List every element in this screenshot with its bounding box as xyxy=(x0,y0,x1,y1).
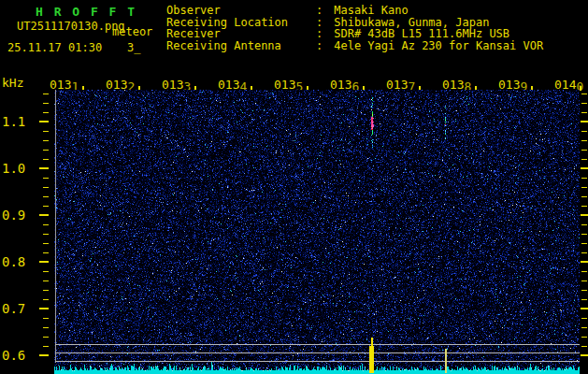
freq-minor-tick xyxy=(43,112,49,113)
freq-major-tick xyxy=(39,261,49,263)
info-row: Receiving Antenna: 4ele Yagi Az 230 for … xyxy=(166,40,543,52)
freq-minor-tick xyxy=(43,196,49,197)
info-label: Receiving Antenna xyxy=(166,40,316,52)
freq-minor-tick xyxy=(43,140,49,141)
freq-minor-tick xyxy=(581,318,587,319)
freq-minor-tick xyxy=(581,150,587,151)
info-separator: : xyxy=(316,5,327,17)
freq-minor-tick xyxy=(581,206,587,207)
freq-tick-label: 0.8 xyxy=(2,254,36,269)
counter-label: 3_ xyxy=(127,41,140,54)
freq-minor-tick xyxy=(43,252,49,253)
freq-minor-tick xyxy=(43,178,49,179)
freq-minor-tick xyxy=(581,271,587,272)
filename-label: UT2511170130.png xyxy=(17,20,125,33)
info-separator: : xyxy=(316,40,327,52)
freq-major-tick xyxy=(39,121,49,122)
freq-major-tick xyxy=(581,308,588,309)
freq-major-tick xyxy=(581,167,588,169)
freq-minor-tick xyxy=(43,94,49,94)
freq-major-tick xyxy=(39,167,49,169)
freq-minor-tick xyxy=(43,150,49,151)
freq-minor-tick xyxy=(581,280,587,281)
freq-minor-tick xyxy=(581,290,587,291)
freq-minor-tick xyxy=(43,187,49,188)
khz-axis-unit-label: kHz xyxy=(2,76,23,90)
spectrogram-canvas xyxy=(54,90,580,374)
freq-minor-tick xyxy=(43,131,49,132)
freq-minor-tick xyxy=(43,290,49,291)
info-separator: : xyxy=(316,28,327,40)
freq-minor-tick xyxy=(43,159,49,160)
freq-minor-tick xyxy=(581,140,587,141)
freq-minor-tick xyxy=(581,252,587,253)
freq-minor-tick xyxy=(581,337,587,338)
freq-minor-tick xyxy=(581,103,587,104)
freq-minor-tick xyxy=(43,318,49,319)
freq-minor-tick xyxy=(43,271,49,272)
freq-tick-label: 1.0 xyxy=(2,161,36,176)
freq-minor-tick xyxy=(581,234,587,235)
freq-minor-tick xyxy=(43,243,49,244)
freq-minor-tick xyxy=(43,224,49,225)
datetime-label: 25.11.17 01:30 xyxy=(7,41,102,54)
freq-minor-tick xyxy=(581,346,587,347)
freq-major-tick xyxy=(581,354,588,356)
freq-minor-tick xyxy=(581,299,587,300)
hrofft-screen: { "app": { "title": "H R O F F T" }, "he… xyxy=(0,0,588,374)
freq-major-tick xyxy=(581,121,588,122)
freq-minor-tick xyxy=(581,327,587,328)
freq-major-tick xyxy=(581,214,588,216)
app-title: H R O F F T xyxy=(36,5,136,19)
freq-minor-tick xyxy=(581,224,587,225)
freq-minor-tick xyxy=(43,327,49,328)
freq-minor-tick xyxy=(43,280,49,281)
observer-info-block: Observer: Masaki KanoReceiving Location:… xyxy=(166,5,543,51)
freq-minor-tick xyxy=(581,159,587,160)
freq-tick-label: 0.7 xyxy=(2,301,36,316)
freq-major-tick xyxy=(581,261,588,263)
freq-minor-tick xyxy=(43,337,49,338)
info-label: Receiver xyxy=(166,28,316,40)
freq-minor-tick xyxy=(43,103,49,104)
freq-major-tick xyxy=(39,308,49,309)
freq-major-tick xyxy=(39,214,49,216)
freq-minor-tick xyxy=(581,187,587,188)
freq-minor-tick xyxy=(581,131,587,132)
mode-label: meteor xyxy=(112,25,152,38)
freq-minor-tick xyxy=(581,112,587,113)
freq-minor-tick xyxy=(581,196,587,197)
freq-minor-tick xyxy=(581,178,587,179)
info-label: Observer xyxy=(166,5,316,17)
info-value: 4ele Yagi Az 230 for Kansai VOR xyxy=(327,39,543,52)
freq-minor-tick xyxy=(581,243,587,244)
freq-tick-label: 1.1 xyxy=(2,114,36,129)
freq-minor-tick xyxy=(43,346,49,347)
freq-major-tick xyxy=(39,354,49,356)
freq-tick-label: 0.9 xyxy=(2,208,36,223)
time-tick xyxy=(580,86,581,91)
freq-minor-tick xyxy=(43,206,49,207)
freq-minor-tick xyxy=(581,94,587,94)
freq-minor-tick xyxy=(43,234,49,235)
freq-tick-label: 0.6 xyxy=(2,348,36,363)
freq-minor-tick xyxy=(43,299,49,300)
